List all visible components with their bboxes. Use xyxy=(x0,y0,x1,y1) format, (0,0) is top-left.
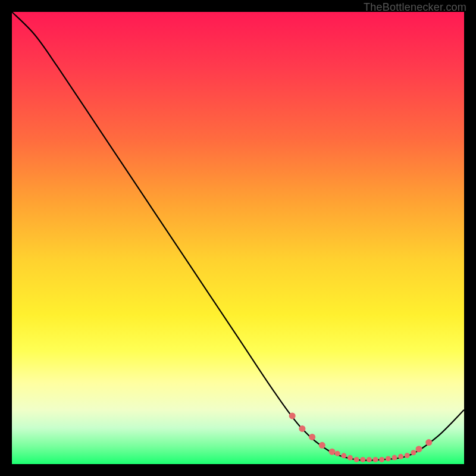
overlay-dot xyxy=(367,457,372,462)
overlay-dot xyxy=(329,449,336,455)
overlay-dot xyxy=(405,453,410,458)
overlay-dot xyxy=(379,457,384,462)
overlay-dot xyxy=(360,457,365,462)
overlay-dot xyxy=(416,446,422,452)
overlay-dot xyxy=(289,412,296,419)
overlay-dot xyxy=(335,451,340,456)
overlay-dot xyxy=(425,439,432,446)
overlay-dot xyxy=(411,450,416,455)
overlay-dot xyxy=(354,457,359,462)
overlay-dot xyxy=(347,455,353,461)
overlay-dot xyxy=(319,442,325,449)
overlay-dot xyxy=(386,456,391,461)
plot-area xyxy=(12,12,464,464)
overlay-dot xyxy=(398,454,403,459)
overlay-dot xyxy=(309,434,315,440)
overlay-dot xyxy=(392,455,397,461)
overlay-dot xyxy=(373,457,378,462)
chart-stage: TheBottlenecker.com xyxy=(0,0,476,476)
bottleneck-curve xyxy=(12,12,464,461)
curve-layer xyxy=(12,12,464,464)
overlay-dot xyxy=(341,453,346,458)
overlay-dot xyxy=(299,425,305,432)
